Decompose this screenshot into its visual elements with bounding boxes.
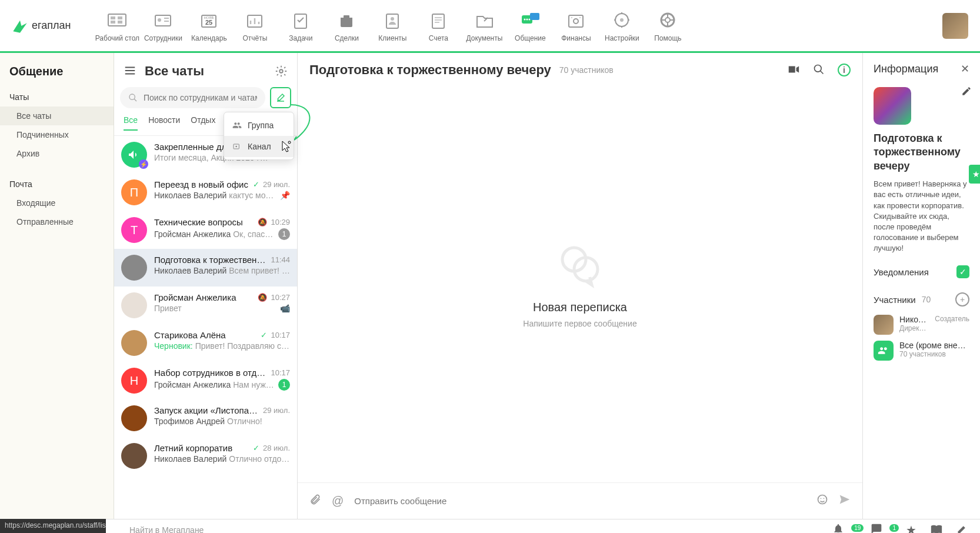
- status-bar: https://desc.megaplan.ru/staff/list/: [0, 519, 106, 533]
- nav-item-3[interactable]: Отчёты: [232, 9, 278, 42]
- book-icon[interactable]: [931, 523, 942, 533]
- sidebar-section-chats: Чаты: [0, 88, 114, 106]
- group-icon: [232, 121, 242, 130]
- nav-item-2[interactable]: НОЯБ25Календарь: [186, 9, 232, 42]
- search-input[interactable]: [144, 93, 257, 102]
- new-chat-dropdown: Группа Канал: [224, 112, 294, 160]
- svg-point-27: [279, 69, 283, 73]
- empty-title: Новая переписка: [533, 301, 627, 314]
- chat-search[interactable]: [120, 87, 265, 108]
- svg-point-36: [235, 146, 237, 148]
- send-icon[interactable]: [839, 494, 851, 508]
- chat-icon[interactable]: 1: [871, 523, 892, 533]
- composer-input[interactable]: [354, 496, 806, 506]
- svg-point-22: [574, 19, 578, 24]
- member-role-text: Директ…: [899, 324, 929, 332]
- svg-point-6: [158, 18, 161, 22]
- chat-row[interactable]: Гройсман Анжелика🔕10:27 Привет📹: [114, 287, 297, 324]
- search-icon: [128, 93, 138, 102]
- pencil-icon[interactable]: [956, 523, 968, 533]
- star-icon[interactable]: ★: [906, 523, 916, 534]
- bell-icon[interactable]: 19: [832, 523, 856, 533]
- sidebar-item-archive[interactable]: Архив: [0, 144, 114, 163]
- svg-point-29: [815, 65, 822, 72]
- mention-icon[interactable]: @: [332, 494, 344, 508]
- sidebar-item-sent[interactable]: Отправленные: [0, 212, 114, 231]
- sidebar: Общение Чаты Все чаты Подчиненных Архив …: [0, 53, 114, 519]
- attach-icon[interactable]: [309, 494, 321, 508]
- nav-items: Рабочий столСотрудникиНОЯБ25КалендарьОтч…: [94, 9, 942, 42]
- svg-rect-4: [118, 21, 122, 24]
- chat-row[interactable]: Н Набор сотрудников в отдел пр…10:17 Гро…: [114, 362, 297, 399]
- svg-text:25: 25: [205, 19, 212, 26]
- conv-search-icon[interactable]: [813, 64, 825, 77]
- participants-label: Участники: [874, 295, 916, 305]
- nav-item-1[interactable]: Сотрудники: [140, 9, 186, 42]
- empty-subtitle: Напишите первое сообщение: [523, 319, 636, 328]
- svg-rect-0: [108, 14, 126, 26]
- chat-row[interactable]: Старикова Алёна✓10:17 Черновик: Привет! …: [114, 324, 297, 362]
- svg-point-24: [620, 18, 624, 22]
- svg-point-26: [665, 18, 670, 22]
- info-icon[interactable]: i: [838, 64, 851, 76]
- sidebar-section-mail: Почта: [0, 175, 114, 194]
- sidebar-item-inbox[interactable]: Входящие: [0, 194, 114, 212]
- tab-news[interactable]: Новости: [148, 115, 180, 131]
- svg-rect-3: [111, 21, 115, 24]
- edit-icon[interactable]: [961, 86, 972, 98]
- top-nav: егаплан Рабочий столСотрудникиНОЯБ25Кале…: [0, 0, 980, 53]
- tab-all[interactable]: Все: [124, 115, 138, 131]
- dropdown-channel[interactable]: Канал: [224, 136, 294, 157]
- group-icon: [874, 341, 894, 361]
- info-panel: Информация ✕ Подготовка к торжественному…: [862, 53, 980, 519]
- dropdown-group[interactable]: Группа: [224, 115, 294, 136]
- gear-icon[interactable]: [275, 65, 288, 78]
- svg-rect-1: [111, 16, 115, 19]
- nav-item-8[interactable]: Документы: [461, 9, 507, 42]
- svg-point-17: [524, 18, 526, 20]
- nav-item-4[interactable]: Задачи: [278, 9, 324, 42]
- star-tab[interactable]: ★: [969, 165, 980, 184]
- chat-row[interactable]: Запуск акции «Листопад 20…29 июл. Трофим…: [114, 399, 297, 437]
- info-chat-title: Подготовка к торжественному вечеру: [874, 132, 969, 173]
- chat-row[interactable]: П Переезд в новый офис✓29 июл. Николаев …: [114, 174, 297, 211]
- notifications-label: Уведомления: [874, 267, 929, 277]
- footer-search-input[interactable]: Найти в Мегаплане: [129, 525, 204, 534]
- nav-item-12[interactable]: Помощь: [645, 9, 691, 42]
- nav-item-5[interactable]: Сделки: [324, 9, 369, 42]
- nav-item-0[interactable]: Рабочий стол: [94, 9, 140, 42]
- nav-item-10[interactable]: Финансы: [553, 9, 599, 42]
- logo[interactable]: егаплан: [12, 18, 71, 34]
- sidebar-item-all-chats[interactable]: Все чаты: [0, 106, 114, 125]
- chat-row[interactable]: Подготовка к торжественном…11:44 Николае…: [114, 249, 297, 287]
- close-icon[interactable]: ✕: [961, 62, 969, 75]
- add-participant-button[interactable]: +: [955, 292, 969, 307]
- chat-row[interactable]: Летний корпоратив✓28 июл. Николаев Валер…: [114, 437, 297, 475]
- footer-bar: Найти в Мегаплане 19 1 ★: [0, 519, 980, 533]
- sidebar-item-subordinates[interactable]: Подчиненных: [0, 125, 114, 144]
- nav-item-6[interactable]: Клиенты: [369, 9, 415, 42]
- user-avatar[interactable]: [942, 13, 968, 39]
- nav-item-9[interactable]: Общение: [507, 9, 553, 42]
- emoji-icon[interactable]: [816, 494, 828, 508]
- logo-text: егаплан: [32, 19, 71, 32]
- svg-rect-15: [432, 14, 444, 28]
- burger-icon[interactable]: [124, 64, 136, 79]
- video-icon[interactable]: [787, 63, 800, 78]
- tab-leisure[interactable]: Отдых: [191, 115, 215, 131]
- svg-point-33: [821, 498, 822, 499]
- chat-list: ⚡ Закрепленные для в… Итоги месяца, Акци…: [114, 136, 297, 519]
- chat-avatar: [874, 87, 911, 125]
- member-row[interactable]: Все (кроме вне… 70 участников: [874, 341, 969, 361]
- nav-item-7[interactable]: Счета: [415, 9, 461, 42]
- new-chat-button[interactable]: [270, 87, 291, 108]
- nav-item-11[interactable]: Настройки: [599, 9, 645, 42]
- member-creator-label: Создатель: [935, 315, 969, 335]
- member-row[interactable]: Никол… Директ… Создатель: [874, 315, 969, 335]
- sidebar-title: Общение: [0, 65, 114, 88]
- chat-row[interactable]: Т Технические вопросы🔕10:29 Гройсман Анж…: [114, 211, 297, 249]
- svg-rect-2: [118, 16, 122, 19]
- notifications-toggle[interactable]: ✓: [956, 265, 969, 278]
- member-avatar: [874, 315, 894, 335]
- conv-title: Подготовка к торжественному вечеру: [309, 62, 551, 78]
